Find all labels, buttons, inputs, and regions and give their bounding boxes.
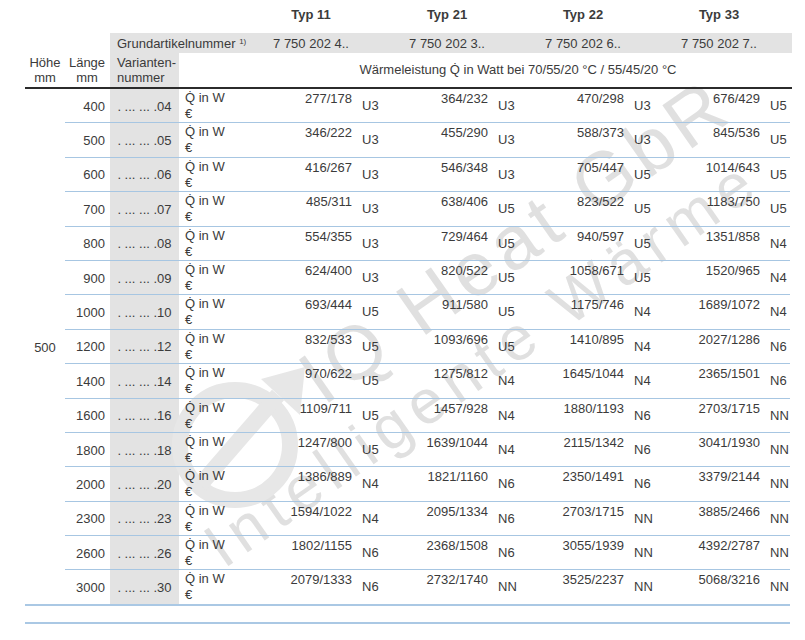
table-row: 1800 . ... ... .18 Q̇ in W € 1247/800 U5… bbox=[0, 433, 805, 467]
euro-label: € bbox=[185, 381, 225, 397]
typ33-code: NN bbox=[770, 579, 800, 594]
q-in-w-label: Q̇ in W bbox=[185, 331, 225, 347]
row-unit-labels: Q̇ in W € bbox=[185, 228, 225, 260]
typ21-watt-value: 729/464 bbox=[358, 229, 488, 244]
table-row: 1000 . ... ... .10 Q̇ in W € 693/444 U5 … bbox=[0, 295, 805, 329]
row-unit-labels: Q̇ in W € bbox=[185, 468, 225, 500]
typ33-code: N4 bbox=[770, 304, 800, 319]
grund-number-typ22: 7 750 202 6.. bbox=[545, 36, 621, 51]
table-row: 400 . ... ... .04 Q̇ in W € 277/178 U3 3… bbox=[0, 89, 805, 123]
variant-number-cell: . ... ... .09 bbox=[110, 261, 179, 295]
typ21-watt-value: 455/290 bbox=[358, 125, 488, 140]
typ33-watt-value: 1183/750 bbox=[630, 194, 760, 209]
typ33-code: NN bbox=[770, 545, 800, 560]
variant-number-cell: . ... ... .14 bbox=[110, 364, 179, 398]
typ22-watt-value: 1410/895 bbox=[494, 332, 624, 347]
typ11-watt-value: 1109/711 bbox=[222, 401, 352, 416]
footer-divider bbox=[25, 622, 790, 624]
table-body: 400 . ... ... .04 Q̇ in W € 277/178 U3 3… bbox=[0, 89, 805, 605]
table-row: 2000 . ... ... .20 Q̇ in W € 1386/889 N4… bbox=[0, 467, 805, 501]
euro-label: € bbox=[185, 106, 225, 122]
variant-number-cell: . ... ... .08 bbox=[110, 227, 179, 261]
table-row: 1200 . ... ... .12 Q̇ in W € 832/533 U5 … bbox=[0, 330, 805, 364]
q-in-w-label: Q̇ in W bbox=[185, 468, 225, 484]
performance-header: Wärmeleistung Q̇ in Watt bei 70/55/20 °C… bbox=[359, 62, 676, 77]
typ11-watt-value: 1802/1155 bbox=[222, 538, 352, 553]
typ33-code: N4 bbox=[770, 236, 800, 251]
typ33-watt-value: 3379/2144 bbox=[630, 469, 760, 484]
typ22-watt-value: 2703/1715 bbox=[494, 504, 624, 519]
typ21-watt-value: 1821/1160 bbox=[358, 469, 488, 484]
typ21-watt-value: 1639/1044 bbox=[358, 435, 488, 450]
typ11-watt-value: 1386/889 bbox=[222, 469, 352, 484]
typ11-watt-value: 1247/800 bbox=[222, 435, 352, 450]
typ33-code: N6 bbox=[770, 339, 800, 354]
typ22-watt-value: 1645/1044 bbox=[494, 366, 624, 381]
typ11-watt-value: 277/178 bbox=[222, 91, 352, 106]
typ21-watt-value: 911/580 bbox=[358, 297, 488, 312]
variant-number-cell: . ... ... .05 bbox=[110, 123, 179, 157]
typ33-watt-value: 676/429 bbox=[630, 91, 760, 106]
typ33-watt-value: 3041/1930 bbox=[630, 435, 760, 450]
euro-label: € bbox=[185, 175, 225, 191]
typ21-watt-value: 1093/696 bbox=[358, 332, 488, 347]
typ11-watt-value: 485/311 bbox=[222, 194, 352, 209]
typ22-watt-value: 2115/1342 bbox=[494, 435, 624, 450]
hoehe-header-line1: Höhe bbox=[25, 55, 65, 70]
variant-number-cell: . ... ... .20 bbox=[110, 467, 179, 501]
catalog-page: IQ Heat GbR Intelligente Wärme Typ 11 Ty… bbox=[0, 0, 805, 640]
q-in-w-label: Q̇ in W bbox=[185, 90, 225, 106]
table-bottom-divider bbox=[25, 604, 790, 606]
grund-number-typ11: 7 750 202 4.. bbox=[273, 36, 349, 51]
q-in-w-label: Q̇ in W bbox=[185, 365, 225, 381]
q-in-w-label: Q̇ in W bbox=[185, 400, 225, 416]
table-row: 500 . ... ... .05 Q̇ in W € 346/222 U3 4… bbox=[0, 123, 805, 157]
grundartikelnummer-label: Grundartikelnummer 1) bbox=[117, 36, 246, 51]
q-in-w-label: Q̇ in W bbox=[185, 262, 225, 278]
typ22-watt-value: 1880/1193 bbox=[494, 401, 624, 416]
row-unit-labels: Q̇ in W € bbox=[185, 159, 225, 191]
variant-number-cell: . ... ... .30 bbox=[110, 570, 179, 604]
typ33-watt-value: 2365/1501 bbox=[630, 366, 760, 381]
euro-label: € bbox=[185, 312, 225, 328]
row-unit-labels: Q̇ in W € bbox=[185, 90, 225, 122]
typ33-watt-value: 845/536 bbox=[630, 125, 760, 140]
euro-label: € bbox=[185, 587, 225, 603]
typ21-watt-value: 820/522 bbox=[358, 263, 488, 278]
typ21-watt-value: 2732/1740 bbox=[358, 572, 488, 587]
euro-label: € bbox=[185, 553, 225, 569]
q-in-w-label: Q̇ in W bbox=[185, 159, 225, 175]
typ22-watt-value: 823/522 bbox=[494, 194, 624, 209]
table-row: 900 . ... ... .09 Q̇ in W € 624/400 U3 8… bbox=[0, 261, 805, 295]
q-in-w-label: Q̇ in W bbox=[185, 503, 225, 519]
grund-number-typ33: 7 750 202 7.. bbox=[681, 36, 757, 51]
variant-header-line1: Varianten- bbox=[117, 55, 176, 70]
row-unit-labels: Q̇ in W € bbox=[185, 400, 225, 432]
typ33-code: U5 bbox=[770, 167, 800, 182]
variant-number-cell: . ... ... .12 bbox=[110, 330, 179, 364]
typ33-code: N6 bbox=[770, 373, 800, 388]
variant-number-cell: . ... ... .23 bbox=[110, 502, 179, 536]
row-unit-labels: Q̇ in W € bbox=[185, 262, 225, 294]
typ22-watt-value: 1175/746 bbox=[494, 297, 624, 312]
typ22-watt-value: 3055/1939 bbox=[494, 538, 624, 553]
typ22-watt-value: 470/298 bbox=[494, 91, 624, 106]
euro-label: € bbox=[185, 278, 225, 294]
typ22-watt-value: 1058/671 bbox=[494, 263, 624, 278]
variant-number-cell: . ... ... .04 bbox=[110, 89, 179, 123]
typ21-watt-value: 2368/1508 bbox=[358, 538, 488, 553]
q-in-w-label: Q̇ in W bbox=[185, 296, 225, 312]
typ33-watt-value: 3885/2466 bbox=[630, 504, 760, 519]
table-row: 800 . ... ... .08 Q̇ in W € 554/355 U3 7… bbox=[0, 227, 805, 261]
variant-column-header: Varianten- nummer bbox=[117, 55, 176, 85]
q-in-w-label: Q̇ in W bbox=[185, 193, 225, 209]
row-unit-labels: Q̇ in W € bbox=[185, 434, 225, 466]
grund-label-text: Grundartikelnummer bbox=[117, 36, 236, 51]
hoehe-header-line2: mm bbox=[25, 70, 65, 85]
typ11-watt-value: 693/444 bbox=[222, 297, 352, 312]
typ11-watt-value: 832/533 bbox=[222, 332, 352, 347]
typ21-watt-value: 2095/1334 bbox=[358, 504, 488, 519]
euro-label: € bbox=[185, 484, 225, 500]
typ21-watt-value: 638/406 bbox=[358, 194, 488, 209]
typ33-watt-value: 2027/1286 bbox=[630, 332, 760, 347]
